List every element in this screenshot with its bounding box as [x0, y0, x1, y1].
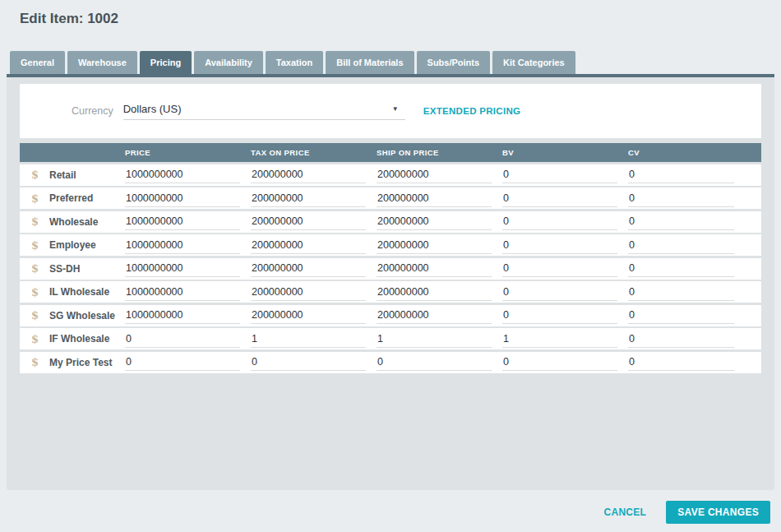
- price-type-label: IL Wholesale: [49, 286, 109, 298]
- bv-input[interactable]: [502, 215, 617, 230]
- page-title: Edit Item: 1002: [20, 11, 118, 27]
- price-type-label: SS-DH: [49, 263, 80, 275]
- table-row: $ IL Wholesale: [20, 281, 761, 303]
- ship-on-price-input[interactable]: [377, 309, 492, 324]
- tab-subs-points[interactable]: Subs/Points: [417, 51, 491, 74]
- tax-on-price-input[interactable]: [251, 309, 366, 324]
- cv-input[interactable]: [628, 215, 734, 230]
- row-label-cell: $ IF Wholesale: [20, 333, 125, 345]
- cv-input[interactable]: [628, 333, 734, 348]
- price-input[interactable]: [125, 309, 240, 324]
- pricing-table: PRICE TAX ON PRICE SHIP ON PRICE BV CV $…: [20, 143, 761, 373]
- bv-input[interactable]: [502, 286, 617, 301]
- price-type-label: IF Wholesale: [49, 333, 109, 345]
- price-input[interactable]: [125, 192, 240, 207]
- cancel-button[interactable]: CANCEL: [603, 507, 646, 518]
- row-label-cell: $ Employee: [20, 239, 125, 252]
- price-input[interactable]: [125, 356, 240, 371]
- column-header-bv: BV: [502, 148, 628, 157]
- row-label-cell: $ My Price Test: [20, 356, 125, 368]
- bv-input[interactable]: [502, 192, 617, 207]
- currency-selected-value: Dollars (US): [123, 103, 182, 115]
- tax-on-price-input[interactable]: [251, 192, 366, 207]
- tab-availability[interactable]: Availability: [194, 51, 263, 74]
- price-input[interactable]: [125, 169, 240, 183]
- tab-warehouse[interactable]: Warehouse: [67, 51, 137, 74]
- column-header-tax-on-price: TAX ON PRICE: [251, 148, 377, 157]
- table-row: $ My Price Test: [20, 352, 761, 373]
- price-type-label: SG Wholesale: [49, 310, 115, 322]
- bv-input[interactable]: [502, 262, 617, 277]
- chevron-down-icon: ▼: [392, 105, 405, 113]
- currency-select[interactable]: Dollars (US) ▼: [123, 103, 405, 120]
- dollar-icon: $: [31, 309, 49, 322]
- table-row: $ SS-DH: [20, 258, 761, 280]
- cv-input[interactable]: [628, 356, 734, 371]
- bv-input[interactable]: [502, 309, 617, 324]
- dollar-icon: $: [31, 215, 49, 228]
- ship-on-price-input[interactable]: [377, 192, 492, 207]
- tax-on-price-input[interactable]: [251, 286, 366, 301]
- save-changes-button[interactable]: SAVE CHANGES: [666, 501, 770, 524]
- table-row: $ Retail: [20, 164, 761, 186]
- tax-on-price-input[interactable]: [251, 356, 366, 371]
- tab-general[interactable]: General: [10, 51, 65, 74]
- dollar-icon: $: [31, 333, 49, 345]
- table-body: $ Retail $ Preferred $ Wholesale $ Emplo…: [20, 164, 761, 373]
- currency-label: Currency: [72, 105, 113, 117]
- extended-pricing-link[interactable]: EXTENDED PRICING: [423, 106, 521, 116]
- cv-input[interactable]: [628, 309, 734, 324]
- ship-on-price-input[interactable]: [377, 356, 492, 371]
- tax-on-price-input[interactable]: [251, 239, 366, 254]
- tab-bill-of-materials[interactable]: Bill of Materials: [326, 51, 414, 74]
- table-row: $ Employee: [20, 234, 761, 256]
- tab-bar: GeneralWarehousePricingAvailabilityTaxat…: [10, 51, 575, 74]
- dollar-icon: $: [31, 356, 49, 368]
- price-input[interactable]: [125, 262, 240, 277]
- cv-input[interactable]: [628, 262, 734, 277]
- row-label-cell: $ Wholesale: [20, 215, 125, 228]
- bv-input[interactable]: [502, 239, 617, 254]
- bv-input[interactable]: [502, 333, 617, 348]
- ship-on-price-input[interactable]: [377, 333, 492, 348]
- price-input[interactable]: [125, 286, 240, 301]
- tax-on-price-input[interactable]: [251, 262, 366, 277]
- ship-on-price-input[interactable]: [377, 262, 492, 277]
- row-label-cell: $ Retail: [20, 169, 125, 181]
- ship-on-price-input[interactable]: [377, 215, 492, 230]
- row-label-cell: $ Preferred: [20, 192, 125, 205]
- dollar-icon: $: [31, 286, 49, 298]
- row-label-cell: $ SS-DH: [20, 262, 125, 275]
- bv-input[interactable]: [502, 169, 617, 183]
- table-row: $ Preferred: [20, 187, 761, 209]
- tax-on-price-input[interactable]: [251, 333, 366, 348]
- price-input[interactable]: [125, 239, 240, 254]
- price-input[interactable]: [125, 333, 240, 348]
- tab-pricing[interactable]: Pricing: [140, 51, 192, 74]
- price-type-label: Employee: [49, 239, 96, 251]
- table-header-row: PRICE TAX ON PRICE SHIP ON PRICE BV CV: [20, 143, 761, 162]
- price-type-label: Retail: [49, 169, 76, 181]
- price-input[interactable]: [125, 215, 240, 230]
- tax-on-price-input[interactable]: [251, 169, 366, 183]
- cv-input[interactable]: [628, 239, 734, 254]
- footer-actions: CANCEL SAVE CHANGES: [603, 501, 770, 524]
- row-label-cell: $ SG Wholesale: [20, 309, 125, 322]
- tab-taxation[interactable]: Taxation: [266, 51, 323, 74]
- cv-input[interactable]: [628, 169, 734, 183]
- dollar-icon: $: [31, 262, 49, 275]
- bv-input[interactable]: [502, 356, 617, 371]
- table-row: $ Wholesale: [20, 211, 761, 233]
- dollar-icon: $: [31, 192, 49, 205]
- cv-input[interactable]: [628, 192, 734, 207]
- ship-on-price-input[interactable]: [377, 169, 492, 183]
- cv-input[interactable]: [628, 286, 734, 301]
- column-header-price: PRICE: [125, 148, 251, 157]
- tab-kit-categories[interactable]: Kit Categories: [492, 51, 575, 74]
- ship-on-price-input[interactable]: [377, 239, 492, 254]
- tax-on-price-input[interactable]: [251, 215, 366, 230]
- price-type-label: Preferred: [49, 192, 93, 204]
- table-row: $ SG Wholesale: [20, 305, 761, 326]
- ship-on-price-input[interactable]: [377, 286, 492, 301]
- currency-panel: Currency Dollars (US) ▼ EXTENDED PRICING: [20, 84, 761, 138]
